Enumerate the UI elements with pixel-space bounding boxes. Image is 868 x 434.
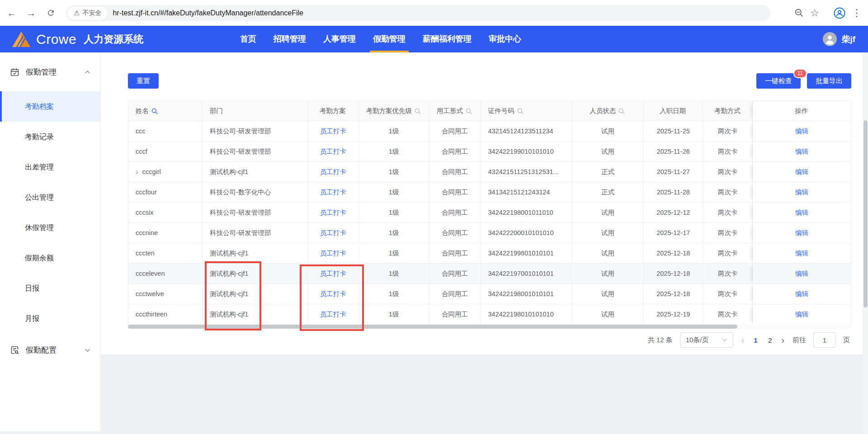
cell-text: 试用 (601, 147, 614, 156)
batch-export-button[interactable]: 批量导出 (807, 73, 851, 89)
sidebar-group-attendance-management[interactable]: 假勤管理 (0, 52, 100, 91)
page-numbers: 12 (752, 336, 773, 344)
cell: 试用 (572, 121, 644, 142)
column-label: 用工形式 (437, 107, 463, 115)
column-header-2: 考勤方案 (308, 101, 359, 121)
horizontal-scrollbar-thumb[interactable] (128, 325, 737, 329)
attendance-plan-link[interactable]: 员工打卡 (320, 168, 346, 176)
attendance-plan-link[interactable]: 员工打卡 (320, 290, 346, 298)
column-header-4[interactable]: 用工形式 (429, 101, 481, 121)
browser-menu-icon[interactable]: ⋮ (852, 8, 862, 18)
column-header-6[interactable]: 人员状态 (572, 101, 644, 121)
cell-text: 两次卡 (718, 168, 738, 176)
cell-text: 342422198010101010 (488, 311, 554, 318)
cell: 1级 (359, 304, 429, 325)
search-filter-icon[interactable] (618, 108, 625, 114)
nav-item-0[interactable]: 首页 (231, 26, 265, 52)
cell-text: 两次卡 (718, 127, 738, 136)
cell: 合同用工 (429, 182, 481, 203)
edit-link[interactable]: 编辑 (795, 249, 808, 258)
cell-text: 342422198001011010 (488, 209, 553, 216)
attendance-plan-link[interactable]: 员工打卡 (320, 229, 346, 237)
search-filter-icon[interactable] (517, 108, 524, 114)
edit-link[interactable]: 编辑 (795, 208, 808, 217)
search-filter-icon[interactable] (415, 108, 421, 114)
sidebar-item-2[interactable]: 出差管理 (0, 152, 100, 182)
goto-page-input[interactable] (813, 332, 836, 348)
cell: 试用 (572, 284, 644, 304)
horizontal-scrollbar-track[interactable] (128, 324, 851, 329)
column-header-0[interactable]: 姓名 (128, 101, 203, 121)
forward-icon[interactable]: → (24, 5, 39, 21)
page-number-1[interactable]: 1 (752, 336, 759, 344)
nav-item-1[interactable]: 招聘管理 (265, 26, 315, 52)
column-header-3[interactable]: 考勤方案优先级 (359, 101, 429, 121)
cell-text: 1级 (389, 310, 399, 319)
cell-text: 2025-11-25 (657, 127, 690, 135)
back-icon[interactable]: ← (4, 5, 19, 21)
expand-row-icon[interactable]: › (136, 168, 138, 176)
attendance-plan-link[interactable]: 员工打卡 (320, 147, 346, 156)
sidebar-item-7[interactable]: 月报 (0, 303, 100, 334)
edit-link[interactable]: 编辑 (795, 290, 808, 298)
column-header-5[interactable]: 证件号码 (481, 101, 572, 121)
profile-icon[interactable] (834, 7, 845, 19)
search-filter-icon[interactable] (151, 108, 158, 114)
edit-link[interactable]: 编辑 (795, 168, 808, 176)
search-filter-icon[interactable] (466, 108, 472, 114)
sidebar-item-1[interactable]: 考勤记录 (0, 122, 100, 152)
cell: 员工打卡 (308, 142, 359, 162)
zoom-out-icon[interactable] (794, 8, 804, 18)
prev-page-button[interactable]: ‹ (741, 335, 745, 344)
sidebar: 假勤管理 考勤档案考勤记录出差管理公出管理休假管理假期余额日报月报 假勤配置 (0, 52, 101, 431)
cell-text: 合同用工 (442, 249, 468, 258)
cell: 2025-11-27 (644, 162, 703, 182)
next-page-button[interactable]: › (780, 335, 785, 344)
sidebar-group-attendance-config[interactable]: 假勤配置 (0, 334, 100, 366)
cell: 两次卡 (703, 284, 753, 304)
cell-text: 2025-12-19 (656, 311, 690, 318)
sidebar-item-4[interactable]: 休假管理 (0, 212, 100, 243)
edit-link[interactable]: 编辑 (795, 229, 808, 237)
user-menu[interactable]: 柴jf (823, 26, 855, 52)
bookmark-star-icon[interactable]: ☆ (810, 8, 819, 18)
sidebar-item-0[interactable]: 考勤档案 (0, 91, 100, 122)
nav-item-5[interactable]: 审批中心 (480, 26, 530, 52)
app-title: 人力资源系统 (84, 33, 143, 46)
cell: 342422198001011010 (481, 203, 572, 223)
cell: 员工打卡 (308, 284, 359, 304)
edit-link[interactable]: 编辑 (795, 188, 808, 197)
attendance-plan-link[interactable]: 员工打卡 (320, 208, 346, 217)
page-number-2[interactable]: 2 (767, 336, 773, 344)
cell: 科技公司-研发管理部 (203, 142, 308, 162)
sidebar-item-5[interactable]: 假期余额 (0, 243, 100, 273)
attendance-plan-link[interactable]: 员工打卡 (320, 269, 346, 278)
cell-text: 测试机构-cjf1 (210, 269, 248, 278)
attendance-plan-link[interactable]: 员工打卡 (320, 249, 346, 258)
edit-link[interactable]: 编辑 (795, 127, 808, 136)
column-label: 姓名 (136, 107, 149, 115)
edit-link[interactable]: 编辑 (795, 269, 808, 278)
edit-link[interactable]: 编辑 (795, 310, 808, 319)
attendance-plan-link[interactable]: 员工打卡 (320, 310, 346, 319)
security-chip[interactable]: ⚠ 不安全 (68, 7, 107, 19)
vertical-scrollbar-thumb[interactable] (863, 120, 868, 307)
cell-text: 2025-11-26 (657, 148, 690, 155)
sidebar-item-6[interactable]: 日报 (0, 273, 100, 303)
address-bar[interactable]: ⚠ 不安全 hr-test.zjf-it.cn/#/fakeDuty/fakeD… (66, 5, 771, 21)
vertical-scrollbar-track[interactable] (863, 52, 868, 434)
refresh-icon[interactable] (43, 5, 58, 21)
reset-button[interactable]: 重置 (128, 73, 159, 89)
nav-item-4[interactable]: 薪酬福利管理 (414, 26, 480, 52)
page-size-select[interactable]: 10条/页 (680, 332, 733, 348)
cell: 合同用工 (429, 304, 481, 325)
cell-text: 合同用工 (442, 310, 468, 319)
edit-link[interactable]: 编辑 (795, 147, 808, 156)
cell-text: 合同用工 (442, 147, 468, 156)
nav-item-3[interactable]: 假勤管理 (364, 26, 414, 52)
attendance-plan-link[interactable]: 员工打卡 (320, 127, 346, 136)
cell: 两次卡 (703, 162, 753, 182)
sidebar-item-3[interactable]: 公出管理 (0, 182, 100, 212)
attendance-plan-link[interactable]: 员工打卡 (320, 188, 346, 197)
nav-item-2[interactable]: 人事管理 (315, 26, 364, 52)
